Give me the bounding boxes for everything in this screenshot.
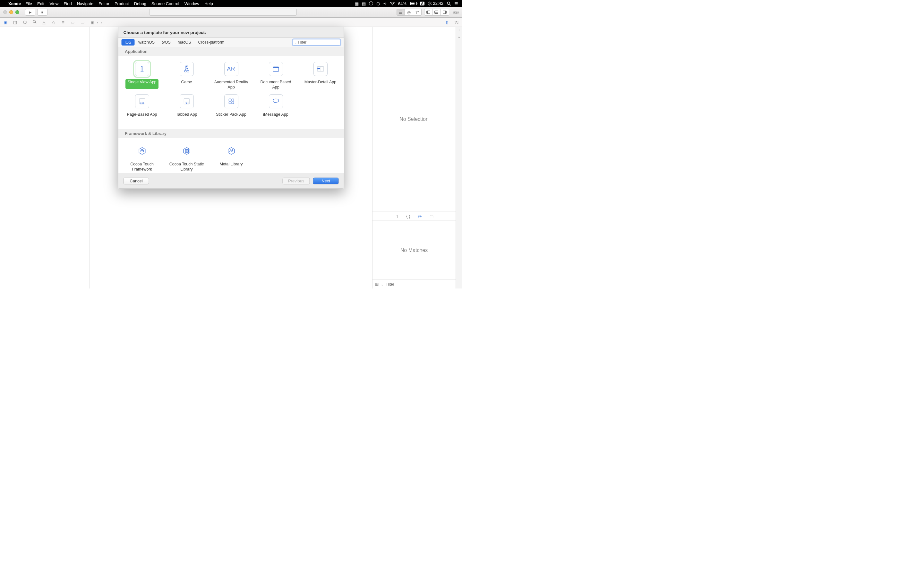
template-imessage-app[interactable]: iMessage App xyxy=(254,92,298,123)
platform-tab-tvos[interactable]: tvOS xyxy=(158,39,174,45)
next-button[interactable]: Next xyxy=(313,177,339,184)
svg-point-25 xyxy=(188,103,189,103)
quick-help-icon[interactable]: ?⃝ xyxy=(454,20,459,25)
cancel-button[interactable]: Cancel xyxy=(124,177,149,184)
template-metal-library[interactable]: Metal Library xyxy=(209,142,254,173)
tile-label: Master-Detail App xyxy=(302,79,338,89)
toggle-inspector-icon[interactable] xyxy=(441,9,449,16)
menu-find[interactable]: Find xyxy=(63,1,71,6)
menu-source-control[interactable]: Source Control xyxy=(152,1,179,6)
document-icon xyxy=(268,62,283,76)
menu-extras-icon[interactable]: ☰ xyxy=(454,1,458,6)
tabbed-icon: ★ xyxy=(179,94,194,108)
run-button[interactable]: ▶ xyxy=(25,9,35,16)
gutter-chevron-icon[interactable]: » xyxy=(458,35,460,39)
platform-tab-macos[interactable]: macOS xyxy=(174,39,194,45)
object-library-icon[interactable]: ◎ xyxy=(417,214,423,219)
battery-percent[interactable]: 64% xyxy=(398,1,407,6)
platform-tab-cross[interactable]: Cross-platform xyxy=(195,39,228,45)
template-filter-field[interactable]: ⌄ xyxy=(292,39,341,45)
debug-navigator-icon[interactable]: ≡ xyxy=(60,20,66,25)
symbol-navigator-icon[interactable]: ⬡ xyxy=(22,20,27,25)
template-cocoa-touch-static-library[interactable]: Cocoa Touch Static Library xyxy=(164,142,209,173)
menu-product[interactable]: Product xyxy=(115,1,129,6)
svg-rect-9 xyxy=(187,70,188,72)
window-toolbar: ▶ ■ ☰ ◎ ⇄ ugu xyxy=(0,7,462,18)
menu-debug[interactable]: Debug xyxy=(134,1,146,6)
find-navigator-icon[interactable] xyxy=(31,19,37,25)
menu-help[interactable]: Help xyxy=(204,1,213,6)
breakpoint-navigator-icon[interactable]: ▱ xyxy=(70,20,76,25)
previous-button[interactable]: Previous xyxy=(283,177,310,184)
toggle-debug-icon[interactable] xyxy=(433,9,441,16)
template-cocoa-touch-framework[interactable]: Cocoa Touch Framework xyxy=(120,142,164,173)
battery-icon[interactable] xyxy=(410,2,417,5)
filter-scope-icon[interactable]: ⌄ xyxy=(294,41,297,44)
clock[interactable]: 水 22:42 xyxy=(428,1,443,6)
toggle-navigator-icon[interactable] xyxy=(424,9,433,16)
jump-bar-related-icon[interactable]: ▣ xyxy=(90,20,94,25)
template-tabbed-app[interactable]: ★ Tabbed App xyxy=(164,92,209,123)
minimize-window-button[interactable] xyxy=(9,10,13,14)
media-library-icon[interactable]: ▢ xyxy=(429,214,435,219)
menu-file[interactable]: File xyxy=(25,1,32,6)
new-project-sheet: Choose a template for your new project: … xyxy=(118,27,344,189)
app-name[interactable]: Xcode xyxy=(8,1,21,6)
template-filter-input[interactable] xyxy=(298,40,346,45)
library-filter-input[interactable] xyxy=(386,282,453,287)
template-master-detail-app[interactable]: Master-Detail App xyxy=(298,60,342,92)
platform-tab-ios[interactable]: iOS xyxy=(121,39,135,45)
svg-point-23 xyxy=(186,103,187,103)
template-page-based-app[interactable]: Page-Based App xyxy=(120,92,164,123)
dropbox-icon[interactable]: ⬡ xyxy=(376,1,380,6)
menu-navigate[interactable]: Navigate xyxy=(77,1,94,6)
svg-rect-31 xyxy=(141,150,144,152)
application-grid: 1 Single View App Game AR Augmented Real… xyxy=(118,56,344,129)
assistant-editor-icon[interactable]: ◎ xyxy=(405,9,413,16)
template-sticker-pack-app[interactable]: Sticker Pack App xyxy=(209,92,254,123)
stop-button[interactable]: ■ xyxy=(37,9,47,16)
code-snippet-library-icon[interactable]: { } xyxy=(405,214,411,219)
report-navigator-icon[interactable]: ▭ xyxy=(79,20,86,25)
game-icon xyxy=(179,62,194,76)
svg-line-4 xyxy=(35,22,36,23)
menu-edit[interactable]: Edit xyxy=(37,1,44,6)
panel-visibility-segmented[interactable] xyxy=(424,9,449,16)
zoom-window-button[interactable] xyxy=(15,10,19,14)
project-navigator-icon[interactable]: ▣ xyxy=(3,20,8,25)
version-editor-icon[interactable]: ⇄ xyxy=(413,9,422,16)
traffic-lights[interactable] xyxy=(3,10,19,14)
platform-tab-watchos[interactable]: watchOS xyxy=(135,39,158,45)
info-icon[interactable]: ⓘ xyxy=(369,1,373,6)
editor-area: Choose a template for your new project: … xyxy=(90,27,372,288)
tile-label: Game xyxy=(179,79,194,89)
source-control-navigator-icon[interactable]: ◫ xyxy=(12,20,18,25)
template-game[interactable]: Game xyxy=(164,60,209,92)
template-document-app[interactable]: Document Based App xyxy=(254,60,298,92)
issue-navigator-icon[interactable]: △ xyxy=(41,20,47,25)
wifi-icon[interactable] xyxy=(390,2,395,5)
svg-rect-12 xyxy=(273,68,278,71)
ime-indicator[interactable]: A xyxy=(420,2,425,5)
spotlight-icon[interactable] xyxy=(447,1,451,6)
clipboard-icon[interactable]: ▤ xyxy=(362,1,366,6)
standard-editor-icon[interactable]: ☰ xyxy=(397,9,405,16)
editor-mode-segmented[interactable]: ☰ ◎ ⇄ xyxy=(397,9,422,16)
jump-bar-forward-icon[interactable]: › xyxy=(101,20,102,25)
svg-rect-26 xyxy=(228,99,231,101)
close-window-button[interactable] xyxy=(3,10,7,14)
menu-window[interactable]: Window xyxy=(184,1,199,6)
library-view-grid-icon[interactable]: ▦ xyxy=(375,282,379,287)
menu-editor[interactable]: Editor xyxy=(99,1,110,6)
dock-icon[interactable]: ▦ xyxy=(355,1,359,6)
file-inspector-icon[interactable]: ▯ xyxy=(444,20,450,25)
bluetooth-icon[interactable]: ✳ xyxy=(383,1,387,6)
template-single-view-app[interactable]: 1 Single View App xyxy=(120,60,164,92)
gutter-menu-icon[interactable]: ⋮ xyxy=(457,29,461,32)
jump-bar-back-icon[interactable]: ‹ xyxy=(97,20,98,25)
menu-view[interactable]: View xyxy=(49,1,58,6)
file-template-library-icon[interactable]: ▯ xyxy=(394,214,400,219)
test-navigator-icon[interactable]: ◇ xyxy=(51,20,57,25)
template-ar-app[interactable]: AR Augmented Reality App xyxy=(209,60,254,92)
library-filter-scope-icon[interactable]: ⌄ xyxy=(381,282,384,287)
